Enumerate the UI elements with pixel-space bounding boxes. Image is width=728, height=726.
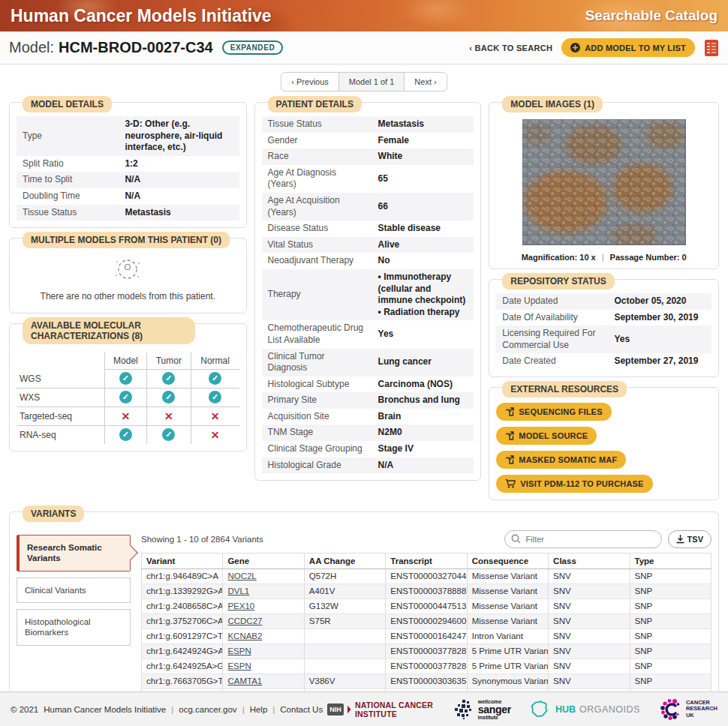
pager-previous-button[interactable]: ‹ Previous [281, 73, 338, 91]
detail-value: Yes [372, 320, 474, 348]
footer-link-contact[interactable]: Contact Us [280, 705, 323, 714]
external-resource-button[interactable]: MODEL SOURCE [496, 427, 597, 445]
gene-link[interactable]: NOC2L [227, 572, 256, 580]
detail-label: Chemotherapeutic Drug List Available [262, 320, 372, 348]
molecular-row-label: WGS [17, 370, 104, 388]
pager-label: Model 1 of 1 [338, 73, 405, 91]
detail-label: TNM Stage [262, 424, 372, 441]
gene-link[interactable]: ESPN [227, 662, 251, 670]
plus-circle-icon [570, 43, 580, 52]
download-icon [676, 535, 684, 544]
variant-cell: ENST00000377828 [386, 658, 467, 674]
variant-row: chr1:g.6424925A>GESPNENST000003778285 Pr… [142, 658, 711, 674]
detail-label: Tissue Status [17, 205, 119, 221]
detail-label: Clinical Tumor Diagnosis [262, 349, 372, 376]
detail-label: Vital Status [262, 237, 372, 254]
molecular-cell: ✓ [104, 425, 146, 444]
back-to-search-link[interactable]: ‹ BACK TO SEARCH [469, 44, 552, 52]
gene-link[interactable]: ESPN [227, 646, 251, 656]
patient-details-table: Tissue StatusMetastasisGenderFemaleRaceW… [262, 116, 474, 473]
detail-row: Vital StatusAlive [262, 237, 474, 254]
tsv-download-button[interactable]: TSV [668, 530, 711, 548]
document-list-icon[interactable] [704, 39, 719, 57]
variant-cell: A401V [304, 584, 385, 598]
molecular-cell: ✓ [104, 388, 146, 406]
detail-row: Doubling TimeN/A [17, 188, 239, 205]
variants-tab-histopathological-biomarkers[interactable]: Histopathological Biomarkers [17, 609, 131, 646]
molecular-cell: ✓ [104, 370, 146, 388]
footer-link-help[interactable]: Help [250, 705, 268, 714]
check-icon: ✓ [119, 391, 132, 404]
gene-link[interactable]: KCNAB2 [227, 632, 262, 640]
detail-value: • Immunotherapy (cellular and immune che… [372, 269, 474, 320]
molecular-row: Targeted-seq✕✕✕ [17, 406, 239, 425]
detail-row: Type3-D: Other (e.g. neurosphere, air-li… [17, 116, 239, 156]
variants-tab-research-somatic-variants[interactable]: Research Somatic Variants [17, 535, 131, 572]
hub-organoids-logo[interactable]: HUB ORGANOIDS [531, 700, 640, 719]
detail-value: Lung cancer [372, 349, 474, 376]
variant-cell: ENST00000294600 [386, 614, 467, 628]
variant-cell: Intron Variant [467, 628, 548, 644]
microscopy-image[interactable] [522, 119, 686, 245]
detail-row: RaceWhite [262, 148, 474, 165]
pager-next-button[interactable]: Next › [405, 73, 446, 91]
gene-link[interactable]: DVL1 [227, 586, 249, 596]
molecular-cell: ✓ [147, 425, 191, 444]
variants-column-header: Gene [223, 553, 304, 568]
detail-label: Age At Diagnosis (Years) [262, 165, 372, 193]
detail-value: 65 [372, 165, 474, 193]
variant-cell: ENST00000377828 [386, 644, 467, 658]
variant-cell: V386V [304, 674, 385, 688]
variant-cell: chr1:g.6424925A>G [142, 658, 223, 674]
site-name-text: Human Cancer Models Initiative [44, 705, 166, 714]
check-icon: ✓ [162, 428, 175, 441]
cruk-dots-icon [660, 698, 682, 721]
detail-label: Neoadjuvant Therapy [262, 253, 372, 269]
cruk-logo[interactable]: CANCER RESEARCH UK [660, 698, 717, 721]
detail-row: Primary SiteBronchus and lung [262, 392, 474, 409]
model-pager: ‹ Previous Model 1 of 1 Next › [281, 72, 447, 92]
gene-link[interactable]: CCDC27 [227, 616, 262, 626]
variants-header-row: VariantGeneAA ChangeTranscriptConsequenc… [142, 553, 711, 568]
gene-link[interactable]: PEX10 [227, 602, 254, 610]
sanger-logo[interactable]: wellcome sanger institute [455, 699, 511, 720]
molecular-row: WXS✓✓✓ [17, 388, 239, 406]
detail-value: Stage IV [372, 441, 474, 458]
variant-cell: SNP [630, 674, 711, 688]
detail-row: Clinical Stage GroupingStage IV [262, 441, 474, 458]
molecular-table: ModelTumorNormalWGS✓✓✓WXS✓✓✓Targeted-seq… [17, 352, 239, 444]
variants-tab-clinical-variants[interactable]: Clinical Variants [17, 578, 131, 603]
molecular-cell: ✕ [104, 406, 146, 425]
passage-caption: Passage Number: 0 [610, 253, 687, 262]
panel-title: PATIENT DETAILS [268, 96, 362, 112]
gene-link[interactable]: CAMTA1 [227, 676, 262, 686]
filter-input[interactable] [504, 530, 662, 548]
external-resource-button[interactable]: SEQUENCING FILES [496, 403, 611, 421]
detail-row: Tissue StatusMetastasis [262, 116, 474, 133]
add-model-button[interactable]: ADD MODEL TO MY LIST [561, 38, 695, 57]
footer-link-ocg[interactable]: ocg.cancer.gov [179, 705, 236, 714]
model-images-panel: MODEL IMAGES (1) [489, 102, 719, 269]
variants-column-header: Variant [142, 553, 223, 568]
nci-logo[interactable]: NIH NATIONAL CANCER INSTITUTE [327, 700, 435, 718]
check-icon: ✓ [209, 372, 221, 385]
variant-cell [304, 644, 385, 658]
external-resource-button[interactable]: VISIT PDM-112 TO PURCHASE [496, 475, 652, 493]
variant-cell: chr1:g.6424924G>A [142, 644, 223, 658]
repository-status-panel: REPOSITORY STATUS Date UpdatedOctober 05… [489, 279, 719, 377]
variant-cell: SNP [630, 584, 711, 598]
model-bar: Model: HCM-BROD-0027-C34 EXPANDED ‹ BACK… [0, 32, 728, 64]
variant-cell: chr1:g.2408658C>A [142, 598, 223, 614]
catalog-subtitle: Searchable Catalog [585, 8, 717, 24]
external-resource-label: MODEL SOURCE [519, 431, 588, 440]
detail-row: Acquisition SiteBrain [262, 409, 474, 425]
detail-label: Time to Split [17, 172, 119, 188]
variant-cell: S75R [304, 614, 385, 628]
external-resource-label: MASKED SOMATIC MAF [519, 455, 617, 464]
variant-cell: chr1:g.6091297C>T [142, 628, 223, 644]
patient-details-panel: PATIENT DETAILS Tissue StatusMetastasisG… [254, 102, 482, 481]
detail-value: N/A [372, 458, 474, 474]
detail-row: Chemotherapeutic Drug List AvailableYes [262, 320, 474, 348]
cross-icon: ✕ [211, 429, 220, 441]
external-resource-button[interactable]: MASKED SOMATIC MAF [496, 451, 626, 469]
